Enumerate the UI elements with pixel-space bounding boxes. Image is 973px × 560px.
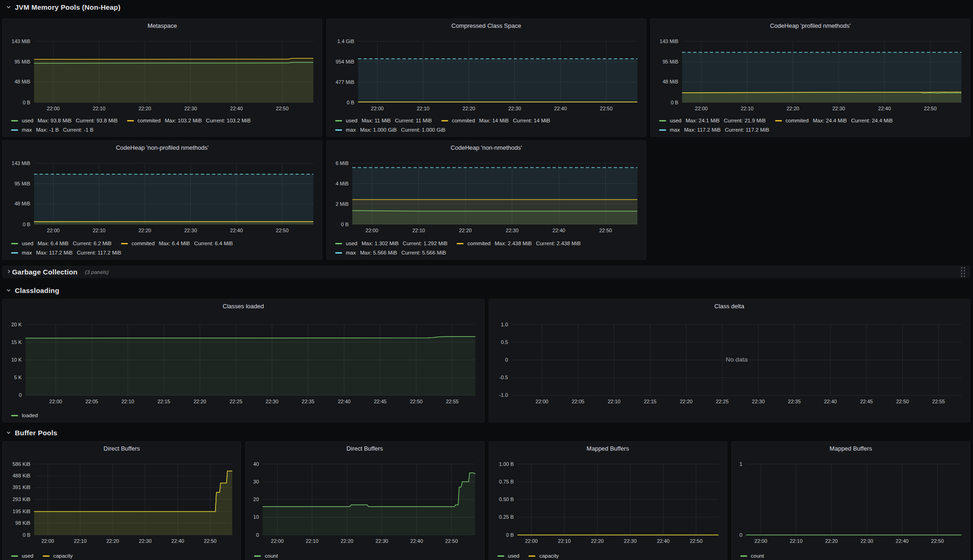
drag-handle-icon[interactable] — [961, 267, 965, 277]
legend-item-commited[interactable]: commitedMax: 14 MiBCurrent: 14 MiB — [441, 117, 550, 124]
y-tick-label: 488 KiB — [13, 473, 31, 478]
x-tick-label: 22:10 — [790, 538, 803, 544]
x-tick-label: 22:30 — [184, 228, 197, 233]
x-tick-label: 22:40 — [656, 538, 669, 544]
panel-title[interactable]: CodeHeap 'non-profiled nmethods' — [6, 143, 318, 153]
legend-swatch — [11, 243, 18, 244]
panel-title[interactable]: CodeHeap 'non-nmethods' — [331, 143, 642, 153]
legend-item-used[interactable]: usedMax: 93.8 MiBCurrent: 93.8 MiB — [11, 117, 118, 124]
x-tick-label: 22:30 — [623, 538, 636, 544]
legend-item-used[interactable]: used — [11, 553, 33, 560]
legend-current-stat: Current: 117.2 MiB — [725, 127, 769, 134]
panel-title[interactable]: Direct Buffers — [249, 444, 480, 454]
legend-max-stat: Max: 11 MiB — [362, 117, 391, 124]
y-tick-label: 0 B — [347, 100, 355, 105]
x-tick-label: 22:10 — [741, 106, 754, 111]
x-tick-label: 22:40 — [554, 106, 567, 111]
legend-item-commited[interactable]: commitedMax: 24.4 MiBCurrent: 24.4 MiB — [775, 117, 893, 124]
x-tick-label: 22:25 — [716, 399, 729, 404]
legend-item-max[interactable]: maxMax: 117.2 MiBCurrent: 117.2 MiB — [11, 249, 121, 256]
row-header-jvm-memory-pools[interactable]: JVM Memory Pools (Non-Heap) — [2, 0, 970, 14]
y-tick-label: 2 MiB — [336, 201, 349, 207]
x-tick-label: 22:00 — [754, 538, 767, 544]
legend: count — [249, 553, 480, 560]
y-tick-label: 6 MiB — [336, 160, 349, 166]
panel-title[interactable]: Direct Buffers — [6, 444, 237, 454]
legend-series-name: count — [751, 553, 764, 560]
panel-mapped_count: Mapped Buffers 0122:0022:1022:2022:3022:… — [731, 441, 970, 560]
legend-item-count[interactable]: count — [254, 553, 278, 560]
series-fill-commited — [34, 222, 313, 224]
panel-title[interactable]: Compressed Class Space — [331, 21, 642, 31]
legend-item-max[interactable]: maxMax: 117.2 MiBCurrent: 117.2 MiB — [659, 127, 769, 134]
legend-series-name: used — [346, 117, 357, 124]
legend-item-capacity[interactable]: capacity — [43, 553, 73, 560]
dashboard-content: JVM Memory Pools (Non-Heap) Metaspace 0 … — [0, 0, 973, 560]
y-tick-label: 0 B — [671, 100, 679, 105]
chevron-right-icon — [6, 268, 12, 276]
legend-item-used[interactable]: usedMax: 1.302 MiBCurrent: 1.292 MiB — [335, 240, 447, 247]
time-series-chart[interactable]: 05 K10 K15 K20 K22:0022:0522:1022:1522:2… — [6, 312, 480, 410]
panel-title[interactable]: Metaspace — [6, 21, 318, 31]
time-series-chart[interactable]: 0 B48 MiB95 MiB143 MiB22:0022:1022:2022:… — [655, 31, 966, 116]
time-series-chart[interactable]: 01020304022:0022:1022:2022:3022:4022:50 — [249, 454, 480, 548]
legend-max-stat: Max: 14 MiB — [479, 117, 509, 124]
legend-swatch — [11, 252, 18, 254]
panel-title[interactable]: Class delta — [493, 301, 967, 312]
y-tick-label: 954 MiB — [336, 59, 354, 64]
time-series-chart[interactable]: 0 B477 MiB954 MiB1.4 GiB22:0022:1022:202… — [331, 31, 642, 116]
legend-swatch — [11, 120, 18, 121]
series-fill-count — [263, 473, 476, 535]
legend-item-capacity[interactable]: capacity — [528, 553, 559, 560]
time-series-chart[interactable]: 0122:0022:1022:2022:3022:4022:50 — [736, 454, 966, 548]
x-tick-label: 22:30 — [832, 106, 845, 111]
legend-swatch — [457, 243, 464, 244]
legend-item-commited[interactable]: commitedMax: 2.438 MiBCurrent: 2.438 MiB — [457, 240, 580, 247]
legend-item-max[interactable]: maxMax: 5.566 MiBCurrent: 5.566 MiB — [335, 249, 446, 256]
legend-series-name: used — [22, 240, 33, 247]
time-series-chart[interactable]: 0 B48 MiB95 MiB143 MiB22:0022:1022:2022:… — [6, 153, 318, 238]
x-tick-label: 22:40 — [553, 228, 566, 233]
legend-item-used[interactable]: usedMax: 6.4 MiBCurrent: 6.2 MiB — [11, 240, 112, 247]
legend-item-max[interactable]: maxMax: 1.000 GiBCurrent: 1.000 GiB — [335, 127, 445, 134]
legend-item-max[interactable]: maxMax: -1 BCurrent: -1 B — [11, 127, 94, 134]
legend-item-commited[interactable]: commitedMax: 6.4 MiBCurrent: 6.4 MiB — [121, 240, 233, 247]
legend-item-used[interactable]: used — [497, 553, 520, 560]
y-tick-label: 143 MiB — [12, 160, 30, 166]
row-header-garbage-collection[interactable]: Garbage Collection (3 panels) — [2, 266, 970, 278]
legend-item-used[interactable]: usedMax: 11 MiBCurrent: 11 MiB — [335, 117, 432, 124]
panel-title[interactable]: Classes loaded — [6, 301, 480, 312]
time-series-chart[interactable]: 0 B0.25 B0.50 B0.75 B1.00 B22:0022:1022:… — [493, 454, 723, 548]
x-tick-label: 22:35 — [788, 399, 801, 404]
legend-item-loaded[interactable]: loaded — [11, 412, 38, 419]
legend-item-used[interactable]: usedMax: 24.1 MiBCurrent: 21.9 MiB — [659, 117, 766, 124]
time-series-chart[interactable]: 0 B98 KiB195 KiB293 KiB391 KiB488 KiB586… — [6, 454, 237, 548]
panel-grid: CodeHeap 'non-profiled nmethods' 0 B48 M… — [2, 140, 970, 260]
legend-swatch — [11, 129, 18, 131]
legend-item-commited[interactable]: commitedMax: 103.2 MiBCurrent: 103.2 MiB — [127, 117, 251, 124]
legend-max-stat: Max: 6.4 MiB — [159, 240, 190, 247]
row-header-buffer-pools[interactable]: Buffer Pools — [2, 426, 970, 439]
y-tick-label: 1 — [739, 461, 742, 467]
legend-series-name: commited — [786, 117, 809, 124]
y-tick-label: 0.50 B — [499, 496, 514, 502]
panel-title[interactable]: Mapped Buffers — [493, 444, 723, 454]
x-tick-label: 22:50 — [410, 399, 423, 404]
legend: count — [736, 553, 966, 560]
panel-title[interactable]: Mapped Buffers — [736, 444, 966, 454]
x-tick-label: 22:00 — [271, 538, 284, 544]
row-header-classloading[interactable]: Classloading — [2, 284, 970, 297]
legend-item-count[interactable]: count — [740, 553, 764, 560]
panel-title[interactable]: CodeHeap 'profiled nmethods' — [655, 21, 966, 31]
time-series-chart[interactable]: -1.0-0.500.51.022:0022:0522:1022:1522:20… — [493, 312, 967, 410]
x-tick-label: 22:20 — [591, 538, 604, 544]
legend-series-name: used — [22, 117, 33, 124]
legend-swatch — [659, 129, 666, 131]
time-series-chart[interactable]: 0 B48 MiB95 MiB143 MiB22:0022:1022:2022:… — [6, 31, 318, 116]
time-series-chart[interactable]: 0 B2 MiB4 MiB6 MiB22:0022:1022:2022:3022… — [331, 153, 642, 238]
y-tick-label: 30 — [254, 479, 259, 484]
legend-series-name: loaded — [22, 412, 38, 419]
legend-current-stat: Current: -1 B — [63, 127, 94, 134]
y-tick-label: 477 MiB — [336, 79, 354, 85]
legend: usedcapacity — [493, 553, 723, 560]
